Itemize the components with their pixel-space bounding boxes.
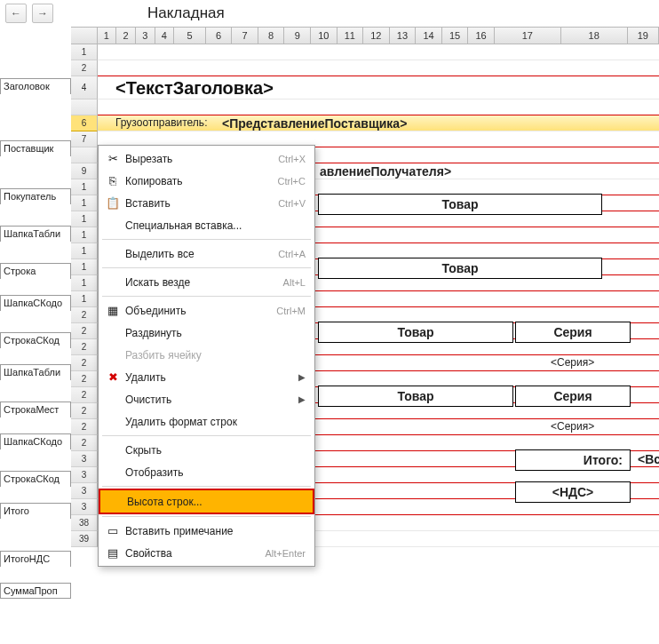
- col-header[interactable]: 17: [495, 28, 561, 44]
- menu-item[interactable]: ▤СвойстваAlt+Enter: [99, 542, 314, 564]
- row-header[interactable]: 2: [71, 323, 98, 339]
- menu-item-label: Скрыть: [122, 444, 306, 457]
- menu-item-shortcut: Ctrl+C: [278, 176, 306, 187]
- menu-item[interactable]: 📋ВставитьCtrl+V: [99, 192, 314, 214]
- section-label: СтрокаСКод: [0, 471, 71, 487]
- section-label: Итого: [0, 503, 71, 519]
- col-header[interactable]: 9: [284, 28, 311, 44]
- menu-separator: [102, 239, 311, 240]
- row-header[interactable]: 38: [71, 515, 98, 531]
- row-header[interactable]: 1: [71, 243, 98, 259]
- col-header[interactable]: 3: [136, 28, 155, 44]
- row-header[interactable]: 6: [71, 115, 98, 131]
- col-header[interactable]: 2: [116, 28, 136, 44]
- cell-text: <ТекстЗаголовка>: [115, 78, 274, 99]
- context-menu[interactable]: ✂ВырезатьCtrl+X⎘КопироватьCtrl+C📋Вставит…: [98, 145, 315, 567]
- menu-item: Разбить ячейку: [99, 344, 314, 366]
- col-header[interactable]: 5: [174, 28, 205, 44]
- menu-item[interactable]: Выделить всеCtrl+A: [99, 242, 314, 265]
- row-header[interactable]: 1: [71, 259, 98, 275]
- menu-item-shortcut: Alt+Enter: [265, 548, 306, 559]
- menu-item-label: Высота строк...: [123, 496, 304, 508]
- col-header[interactable]: 8: [258, 28, 285, 44]
- col-header[interactable]: 12: [363, 28, 390, 44]
- row-header[interactable]: 1: [71, 211, 98, 227]
- menu-item[interactable]: Скрыть: [99, 439, 314, 461]
- row-header[interactable]: 1: [71, 227, 98, 243]
- row-header[interactable]: 1: [71, 195, 98, 211]
- menu-item[interactable]: ✂ВырезатьCtrl+X: [99, 147, 314, 170]
- ruler-corner[interactable]: [71, 28, 98, 44]
- nav-back-button[interactable]: ←: [5, 4, 27, 23]
- row-body[interactable]: <ТекстЗаголовка>: [98, 76, 659, 99]
- row-header[interactable]: 2: [71, 387, 98, 403]
- row-header[interactable]: 3: [71, 451, 98, 467]
- row-header[interactable]: 4: [71, 76, 98, 99]
- menu-item[interactable]: ✖Удалить▶: [99, 366, 314, 388]
- menu-separator: [102, 296, 311, 297]
- row-body[interactable]: [98, 44, 659, 60]
- menu-item[interactable]: Очистить▶: [99, 388, 314, 410]
- menu-item-label: Вставить примечание: [122, 525, 306, 537]
- col-header[interactable]: 19: [628, 28, 659, 44]
- menu-item[interactable]: Удалить формат строк: [99, 410, 314, 433]
- menu-item-label: Объединить: [122, 305, 276, 317]
- row-header[interactable]: 9: [71, 163, 98, 179]
- cell-text: Грузоотправитель:: [115, 116, 207, 129]
- nav-forward-button[interactable]: →: [32, 4, 53, 23]
- col-header[interactable]: 15: [442, 28, 469, 44]
- menu-item[interactable]: Искать вездеAlt+L: [99, 271, 314, 293]
- col-header[interactable]: 1: [98, 28, 117, 44]
- row-header[interactable]: [71, 147, 98, 163]
- row-header[interactable]: 3: [71, 467, 98, 483]
- section-label: Заголовок: [0, 78, 71, 94]
- col-header[interactable]: 11: [337, 28, 364, 44]
- row-body[interactable]: Грузоотправитель:<ПредставлениеПоставщик…: [98, 115, 659, 131]
- col-header[interactable]: 7: [232, 28, 258, 44]
- page-title: Накладная: [147, 4, 225, 22]
- col-header[interactable]: 4: [155, 28, 175, 44]
- row-header[interactable]: 1: [71, 291, 98, 307]
- row-header[interactable]: 2: [71, 403, 98, 419]
- row-header[interactable]: 2: [71, 371, 98, 387]
- row-header[interactable]: 2: [71, 339, 98, 355]
- row-body[interactable]: [98, 60, 659, 76]
- row-header[interactable]: 2: [71, 60, 98, 76]
- col-header[interactable]: 16: [468, 28, 495, 44]
- section-label: СуммаПроп: [0, 583, 71, 599]
- menu-item-label: Раздвинуть: [122, 327, 306, 339]
- col-header[interactable]: 14: [416, 28, 442, 44]
- вставить-icon: 📋: [104, 196, 122, 210]
- cell-text: <Серия>: [551, 420, 594, 433]
- row-header[interactable]: 3: [71, 483, 98, 499]
- col-header[interactable]: 18: [561, 28, 628, 44]
- row-header[interactable]: 1: [71, 275, 98, 291]
- row-header[interactable]: 2: [71, 307, 98, 323]
- row-header[interactable]: 7: [71, 131, 98, 147]
- menu-item[interactable]: Отобразить: [99, 461, 314, 483]
- section-label: ИтогоНДС: [0, 551, 71, 567]
- menu-item[interactable]: Высота строк...: [99, 489, 314, 514]
- row-body[interactable]: [98, 99, 659, 115]
- menu-item[interactable]: ⎘КопироватьCtrl+C: [99, 170, 314, 192]
- копировать-icon: ⎘: [104, 174, 122, 187]
- column-ruler[interactable]: 12345678910111213141516171819: [71, 27, 659, 44]
- menu-item[interactable]: ▭Вставить примечание: [99, 520, 314, 542]
- row-header[interactable]: 3: [71, 499, 98, 515]
- row-header[interactable]: 1: [71, 44, 98, 60]
- menu-item[interactable]: ▦ОбъединитьCtrl+M: [99, 299, 314, 322]
- menu-item-shortcut: Ctrl+V: [278, 198, 306, 209]
- row-header[interactable]: 2: [71, 419, 98, 435]
- cell-text: <Серия>: [551, 356, 594, 369]
- menu-item[interactable]: Раздвинуть: [99, 322, 314, 344]
- row-header[interactable]: 2: [71, 355, 98, 371]
- col-header[interactable]: 6: [206, 28, 233, 44]
- menu-item-shortcut: Alt+L: [283, 277, 306, 288]
- col-header[interactable]: 10: [311, 28, 337, 44]
- menu-item[interactable]: Специальная вставка...: [99, 214, 314, 236]
- row-header[interactable]: 39: [71, 531, 98, 547]
- row-header[interactable]: 2: [71, 435, 98, 451]
- col-header[interactable]: 13: [390, 28, 417, 44]
- row-header[interactable]: [71, 99, 98, 115]
- row-header[interactable]: 1: [71, 179, 98, 195]
